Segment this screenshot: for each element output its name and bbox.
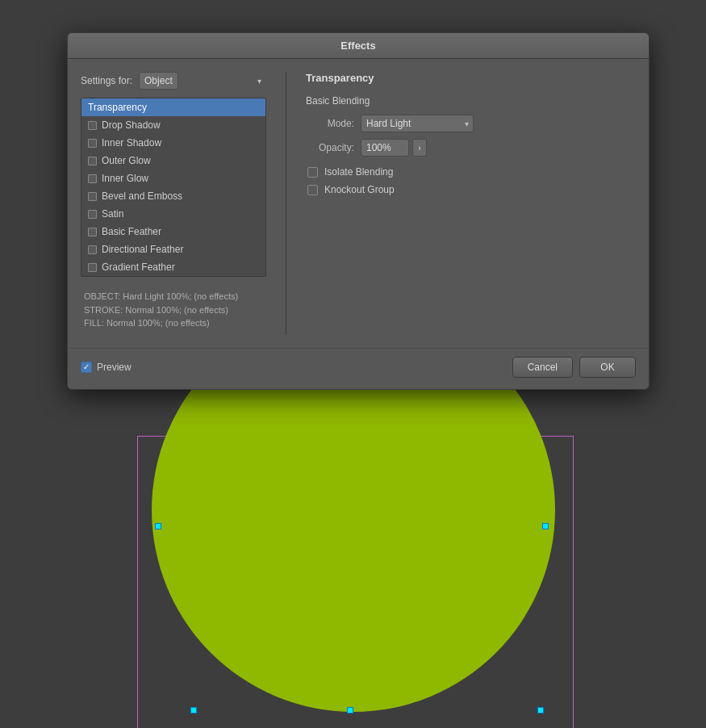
opacity-label: Opacity: [306, 142, 354, 153]
effect-label-directional-feather: Directional Feather [102, 244, 183, 255]
status-line1: OBJECT: Hard Light 100%; (no effects) [84, 290, 263, 303]
effect-label-transparency: Transparency [88, 102, 147, 113]
panel-title: Transparency [306, 72, 636, 84]
handle-right [542, 523, 549, 529]
knockout-group-row: Knockout Group [306, 184, 636, 195]
effect-item-directional-feather[interactable]: Directional Feather [81, 241, 265, 258]
effect-checkbox-inner-glow[interactable] [88, 174, 97, 183]
effect-checkbox-bevel-emboss[interactable] [88, 192, 97, 201]
ok-button[interactable]: OK [579, 357, 636, 378]
canvas-border-left [137, 436, 138, 728]
effect-label-inner-glow: Inner Glow [102, 173, 148, 184]
preview-checkbox[interactable]: ✓ [81, 362, 92, 373]
effect-item-transparency[interactable]: Transparency [81, 98, 265, 116]
effect-label-drop-shadow: Drop Shadow [102, 119, 161, 131]
settings-for-select[interactable]: Object Stroke Fill Text [139, 72, 178, 90]
effect-label-gradient-feather: Gradient Feather [102, 261, 175, 273]
preview-checkmark: ✓ [83, 363, 90, 371]
handle-bottom-center [347, 707, 353, 713]
opacity-row: Opacity: › [306, 139, 636, 157]
settings-for-label: Settings for: [81, 75, 132, 86]
dialog-footer: ✓ Preview Cancel OK [68, 348, 649, 389]
handle-bottom-left [190, 707, 197, 713]
effect-item-inner-glow[interactable]: Inner Glow [81, 169, 265, 187]
effect-item-drop-shadow[interactable]: Drop Shadow [81, 116, 265, 134]
dialog-title: Effects [340, 40, 375, 52]
preview-label: Preview [97, 362, 132, 373]
effect-checkbox-drop-shadow[interactable] [88, 121, 97, 130]
cancel-button[interactable]: Cancel [512, 357, 573, 378]
effects-dialog: Effects Settings for: Object Stroke Fill… [67, 32, 650, 390]
status-line3: FILL: Normal 100%; (no effects) [84, 316, 263, 330]
knockout-group-label: Knockout Group [324, 184, 395, 195]
effect-item-bevel-emboss[interactable]: Bevel and Emboss [81, 187, 265, 205]
canvas-border-right [573, 436, 574, 728]
effect-item-gradient-feather[interactable]: Gradient Feather [81, 258, 265, 276]
preview-row: ✓ Preview [81, 362, 132, 373]
settings-for-row: Settings for: Object Stroke Fill Text [81, 72, 266, 90]
effect-list: Transparency Drop Shadow Inner Shadow Ou… [81, 98, 266, 277]
effect-item-basic-feather[interactable]: Basic Feather [81, 223, 265, 241]
settings-for-select-wrapper: Object Stroke Fill Text [139, 72, 266, 90]
effect-checkbox-directional-feather[interactable] [88, 245, 97, 254]
effect-label-satin: Satin [102, 208, 123, 220]
effect-label-inner-shadow: Inner Shadow [102, 137, 161, 149]
opacity-arrow-btn[interactable]: › [412, 139, 427, 157]
effect-checkbox-basic-feather[interactable] [88, 228, 97, 236]
mode-select[interactable]: Normal Multiply Screen Overlay Soft Ligh… [361, 115, 474, 132]
effect-checkbox-inner-shadow[interactable] [88, 139, 97, 148]
panel-divider [286, 72, 286, 335]
opacity-input[interactable] [361, 139, 409, 157]
mode-select-wrapper: Normal Multiply Screen Overlay Soft Ligh… [361, 115, 474, 132]
effect-label-bevel-emboss: Bevel and Emboss [102, 190, 182, 202]
status-line2: STROKE: Normal 100%; (no effects) [84, 303, 263, 317]
effect-item-satin[interactable]: Satin [81, 205, 265, 223]
effect-item-inner-shadow[interactable]: Inner Shadow [81, 134, 265, 152]
footer-buttons: Cancel OK [512, 357, 636, 378]
handle-bottom-right [537, 707, 544, 713]
handle-left [155, 523, 161, 529]
isolate-blending-checkbox[interactable] [307, 167, 318, 178]
basic-blending-title: Basic Blending [306, 95, 636, 107]
status-text: OBJECT: Hard Light 100%; (no effects) ST… [81, 285, 266, 335]
mode-row: Mode: Normal Multiply Screen Overlay Sof… [306, 115, 636, 132]
mode-label: Mode: [306, 118, 354, 129]
dialog-titlebar: Effects [68, 33, 649, 59]
effect-checkbox-satin[interactable] [88, 210, 97, 219]
effect-item-outer-glow[interactable]: Outer Glow [81, 152, 265, 169]
effect-checkbox-outer-glow[interactable] [88, 157, 97, 165]
effect-label-basic-feather: Basic Feather [102, 226, 161, 237]
opacity-input-wrapper: › [361, 139, 427, 157]
knockout-group-checkbox[interactable] [307, 185, 318, 195]
isolate-blending-row: Isolate Blending [306, 166, 636, 178]
right-panel: Transparency Basic Blending Mode: Normal… [306, 72, 636, 335]
effect-checkbox-gradient-feather[interactable] [88, 263, 97, 272]
effect-label-outer-glow: Outer Glow [102, 155, 151, 166]
left-panel: Settings for: Object Stroke Fill Text Tr… [81, 72, 266, 335]
isolate-blending-label: Isolate Blending [324, 166, 393, 178]
